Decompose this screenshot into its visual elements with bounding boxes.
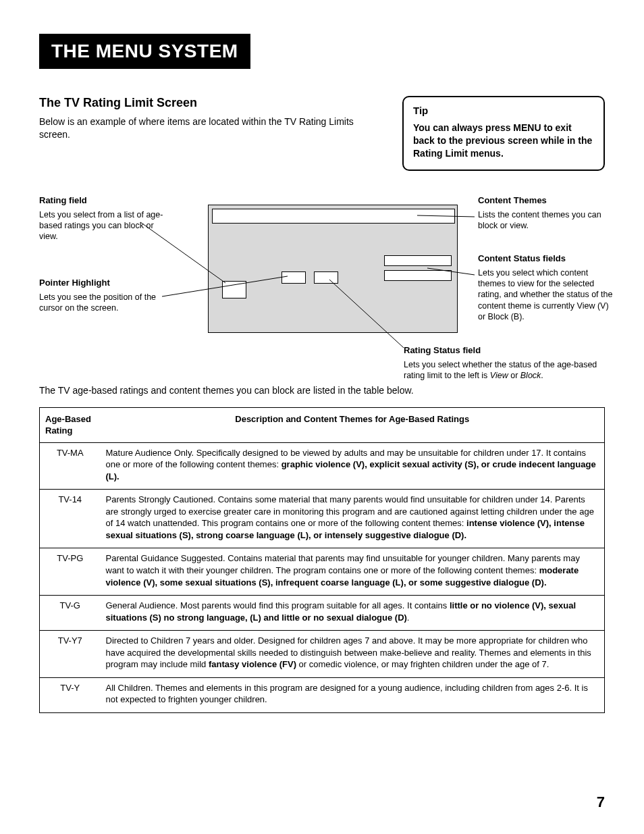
callout-body: Lets you see the position of the cursor … xyxy=(39,292,156,313)
screen-pointer-cell xyxy=(281,271,306,284)
rating-cell: TV-G xyxy=(40,596,101,631)
intro-row: The TV Rating Limit Screen Below is an e… xyxy=(39,96,605,171)
th-rating: Age-Based Rating xyxy=(40,407,101,442)
callout-rating-status: Rating Status field Lets you select whet… xyxy=(404,345,599,381)
table-row: TV-GGeneral Audience. Most parents would… xyxy=(40,596,605,631)
table-lead: The TV age-based ratings and content the… xyxy=(39,384,417,398)
rating-cell: TV-MA xyxy=(40,442,101,490)
th-desc: Description and Content Themes for Age-B… xyxy=(101,407,605,442)
table-row: TV-14Parents Strongly Cautioned. Contain… xyxy=(40,490,605,548)
callout-title: Rating field xyxy=(39,195,167,207)
callout-content-themes: Content Themes Lists the content themes … xyxy=(478,195,613,231)
screen-rating-cell xyxy=(222,281,246,298)
rs-view: View xyxy=(490,371,508,380)
callout-title: Pointer Highlight xyxy=(39,278,167,289)
callout-content-status: Content Status fields Lets you select wh… xyxy=(478,253,613,322)
table-row: TV-Y7Directed to Children 7 years and ol… xyxy=(40,631,605,678)
tip-box: Tip You can always press MENU to exit ba… xyxy=(402,96,605,171)
rating-cell: TV-PG xyxy=(40,548,101,596)
screen-content-row-2 xyxy=(384,270,452,281)
callout-pointer-highlight: Pointer Highlight Lets you see the posit… xyxy=(39,278,167,313)
intro-block: The TV Rating Limit Screen Below is an e… xyxy=(39,96,386,141)
rating-cell: TV-Y7 xyxy=(40,631,101,678)
rating-cell: TV-Y xyxy=(40,677,101,712)
desc-cell: Directed to Children 7 years and older. … xyxy=(101,631,605,678)
rating-cell: TV-14 xyxy=(40,490,101,548)
desc-cell: All Children. Themes and elements in thi… xyxy=(101,677,605,712)
desc-cell: Parental Guidance Suggested. Contains ma… xyxy=(101,548,605,596)
desc-cell: Parents Strongly Cautioned. Contains som… xyxy=(101,490,605,548)
callout-title: Content Status fields xyxy=(478,253,613,265)
callout-title: Rating Status field xyxy=(404,345,599,357)
callout-body: Lets you select from a list of age-based… xyxy=(39,210,163,242)
screen-top-bar xyxy=(212,209,455,224)
callout-rating-field: Rating field Lets you select from a list… xyxy=(39,195,167,242)
callout-body: Lets you select which content themes to … xyxy=(478,268,612,321)
desc-cell: General Audience. Most parents would fin… xyxy=(101,596,605,631)
table-row: TV-MAMature Audience Only. Specifically … xyxy=(40,442,605,490)
rs-post: . xyxy=(541,371,543,380)
screen-mock xyxy=(208,205,458,333)
tip-body: You can always press MENU to exit back t… xyxy=(413,122,592,159)
rs-mid: or xyxy=(508,371,520,380)
desc-cell: Mature Audience Only. Specifically desig… xyxy=(101,442,605,490)
table-row: TV-YAll Children. Themes and elements in… xyxy=(40,677,605,712)
section-banner: The Menu System xyxy=(39,34,250,69)
tip-title: Tip xyxy=(413,104,594,118)
rs-block: Block xyxy=(520,371,541,380)
callout-body: Lists the content themes you can block o… xyxy=(478,210,601,230)
diagram-area: Rating field Lets you select from a list… xyxy=(39,195,605,384)
screen-status-cell xyxy=(314,271,338,284)
table-row: TV-PGParental Guidance Suggested. Contai… xyxy=(40,548,605,596)
intro-text: Below is an example of where items are l… xyxy=(39,115,386,141)
callout-title: Content Themes xyxy=(478,195,613,207)
ratings-table: Age-Based Rating Description and Content… xyxy=(39,407,605,713)
callout-body: Lets you select whether the status of th… xyxy=(404,360,597,380)
page-subheading: The TV Rating Limit Screen xyxy=(39,96,386,110)
screen-content-row-1 xyxy=(384,255,452,266)
page-number: 7 xyxy=(597,793,605,811)
